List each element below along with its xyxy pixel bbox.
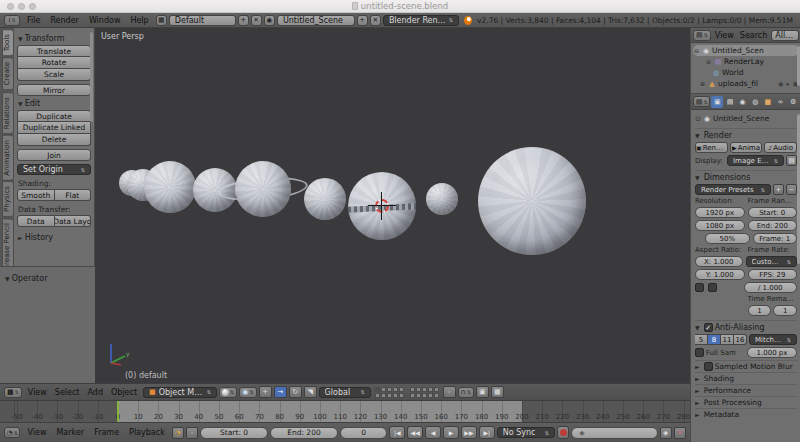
outliner-item-renderlayer[interactable]: ⊖ ▤ RenderLay bbox=[693, 56, 799, 67]
delete-scene-button[interactable]: ✕ bbox=[370, 15, 381, 26]
viewport-3d[interactable]: User Persp y (0) default bbox=[95, 28, 690, 383]
mesh-sphere[interactable] bbox=[478, 147, 586, 255]
tab-object[interactable]: ■ bbox=[762, 96, 774, 108]
antialiasing-panel-header[interactable]: ▼ ✓ Anti-Aliasing bbox=[695, 320, 797, 332]
render-animation-button[interactable]: ▶Anima bbox=[730, 142, 763, 153]
delete-layout-button[interactable]: ✕ bbox=[251, 15, 262, 26]
auto-keyframe-button[interactable] bbox=[557, 426, 569, 439]
editor-type-button-3dview[interactable]: ■ ⇅ bbox=[4, 387, 22, 398]
layer-toggle[interactable] bbox=[410, 387, 415, 392]
collapse-icon[interactable]: ⊖ bbox=[705, 58, 712, 65]
mesh-sphere[interactable] bbox=[144, 161, 196, 213]
keying-set-field[interactable]: ◈ bbox=[571, 427, 657, 439]
menu-item[interactable]: Search bbox=[737, 31, 770, 40]
full-sample-checkbox[interactable] bbox=[695, 348, 704, 357]
duplicate-linked-button[interactable]: Duplicate Linked bbox=[17, 122, 91, 134]
editor-type-button-properties[interactable]: ▤ ⇅ bbox=[693, 96, 710, 107]
frame-end-field[interactable]: End: 200 bbox=[270, 427, 338, 439]
fps-base-field[interactable]: / 1.000 bbox=[744, 282, 798, 293]
fps-field[interactable]: FPS: 29 bbox=[748, 269, 798, 280]
lock-layers-icon[interactable]: ◦ bbox=[443, 386, 456, 398]
transform-panel-header[interactable]: ▼Transform bbox=[18, 34, 91, 43]
aa-filter-select[interactable]: Mitchell-... ⇅ bbox=[749, 334, 797, 345]
resolution-x-field[interactable]: 1920 px bbox=[695, 207, 745, 218]
jump-next-keyframe-button[interactable]: ▶▶ bbox=[461, 426, 477, 439]
flat-button[interactable]: Flat bbox=[55, 189, 92, 201]
current-frame-prop-field[interactable]: Frame: 1 bbox=[753, 233, 798, 244]
outliner-scope-select[interactable]: All Scen bbox=[771, 30, 799, 41]
panel-checkbox[interactable] bbox=[704, 362, 713, 371]
tool-shelf-tab[interactable]: Relations bbox=[2, 92, 14, 134]
viewport-shading-select[interactable]: ⇅ bbox=[219, 387, 237, 398]
timeline-ruler[interactable]: -50-40-30-20-100102030405060708090100110… bbox=[0, 401, 690, 423]
antialiasing-checkbox[interactable]: ✓ bbox=[704, 323, 713, 332]
edit-panel-header[interactable]: ▼Edit bbox=[18, 99, 91, 108]
editor-type-button[interactable]: i ⇅ bbox=[4, 15, 20, 26]
render-still-button[interactable]: ▣Render bbox=[695, 142, 728, 153]
layer-toggle[interactable] bbox=[399, 387, 404, 392]
add-layout-button[interactable]: + bbox=[238, 15, 249, 26]
snap-select[interactable]: ∩ ⇅ bbox=[458, 387, 474, 398]
aa-sample-button[interactable]: 8 bbox=[708, 334, 721, 345]
aspect-x-field[interactable]: X: 1.000 bbox=[695, 256, 743, 267]
display-mode-select[interactable]: Image Edi... ⇅ bbox=[727, 155, 784, 166]
layer-toggle[interactable] bbox=[428, 393, 433, 398]
timeline-playhead[interactable] bbox=[117, 401, 119, 422]
play-reverse-button[interactable]: ◀ bbox=[425, 426, 441, 439]
collapsed-panel-header[interactable]: ► Performance bbox=[695, 384, 797, 396]
rotate-button[interactable]: Rotate bbox=[17, 57, 91, 69]
mesh-sphere[interactable] bbox=[426, 183, 458, 215]
layer-toggle[interactable] bbox=[410, 393, 415, 398]
dimensions-panel-header[interactable]: ▼Dimensions bbox=[695, 170, 797, 182]
play-button[interactable]: ▶ bbox=[443, 426, 459, 439]
aspect-y-field[interactable]: Y: 1.000 bbox=[695, 269, 745, 280]
aa-sample-button[interactable]: 5 bbox=[695, 334, 708, 345]
data-layout-button[interactable]: Data Layo bbox=[55, 215, 92, 227]
tool-shelf-tab[interactable]: Animation bbox=[2, 135, 14, 181]
layer-toggle[interactable] bbox=[434, 387, 439, 392]
time-remap-old-field[interactable]: 1 bbox=[748, 305, 772, 316]
visibility-eye-icon[interactable]: ◉ bbox=[778, 80, 784, 88]
transform-orientation-select[interactable]: Global ⇅ bbox=[319, 387, 371, 398]
layer-toggle[interactable] bbox=[422, 393, 427, 398]
collapsed-panel-header[interactable]: ► Metadata bbox=[695, 408, 797, 420]
render-engine-select[interactable]: Blender Render ⇅ bbox=[383, 15, 459, 26]
remove-preset-button[interactable]: − bbox=[786, 184, 797, 195]
menu-item[interactable]: Window bbox=[84, 16, 126, 25]
border-checkbox[interactable] bbox=[695, 283, 704, 292]
menu-item[interactable]: Object bbox=[107, 388, 141, 397]
scene-icon-button[interactable]: ◉ bbox=[264, 15, 275, 26]
manipulator-rotate-icon[interactable]: ↻ bbox=[289, 386, 302, 398]
tab-world[interactable]: ◍ bbox=[749, 96, 761, 108]
operator-panel-header[interactable]: ▼Operator bbox=[5, 274, 91, 283]
menu-item[interactable]: File bbox=[22, 16, 45, 25]
layer-toggle[interactable] bbox=[393, 387, 398, 392]
menu-item[interactable]: Select bbox=[51, 388, 84, 397]
tab-render-layers[interactable]: ▤ bbox=[724, 96, 736, 108]
tool-shelf-tab[interactable]: Physics bbox=[2, 181, 14, 217]
tool-shelf-scrollbar[interactable] bbox=[90, 32, 93, 122]
screen-layout-icon-button[interactable]: ▦ bbox=[156, 15, 167, 26]
delete-button[interactable]: Delete bbox=[17, 134, 91, 146]
mesh-sphere[interactable] bbox=[304, 178, 346, 220]
collapsed-panel-header[interactable]: ► Sampled Motion Blur bbox=[695, 360, 797, 372]
tab-modifiers[interactable]: ⚙ bbox=[787, 96, 799, 108]
layer-toggle[interactable] bbox=[387, 393, 392, 398]
manipulator-axis-icon[interactable]: + bbox=[259, 386, 272, 398]
3d-cursor[interactable] bbox=[371, 195, 393, 217]
layer-grid-right[interactable] bbox=[410, 387, 439, 398]
smooth-button[interactable]: Smooth bbox=[17, 189, 55, 201]
tool-shelf-tab[interactable]: Tools bbox=[2, 29, 14, 56]
editor-type-button-outliner[interactable]: ▤ ⇅ bbox=[693, 30, 711, 41]
translate-button[interactable]: Translate bbox=[17, 45, 91, 57]
frame-start-field[interactable]: Start: 0 bbox=[200, 427, 268, 439]
jump-to-start-button[interactable]: |◀ bbox=[389, 426, 405, 439]
filter-size-field[interactable]: 1.000 px bbox=[747, 347, 797, 358]
outliner-item-scene[interactable]: ⊖ ◉ Untitled_Scen bbox=[693, 45, 799, 56]
duplicate-button[interactable]: Duplicate bbox=[17, 110, 91, 122]
time-remap-new-field[interactable]: 1 bbox=[773, 305, 797, 316]
delete-keyframe-button[interactable]: ✕ bbox=[674, 427, 686, 439]
pivot-center-select[interactable]: ◉ ⇅ bbox=[239, 387, 256, 398]
manipulator-scale-icon[interactable]: ◥ bbox=[304, 386, 317, 398]
layer-toggle[interactable] bbox=[428, 387, 433, 392]
